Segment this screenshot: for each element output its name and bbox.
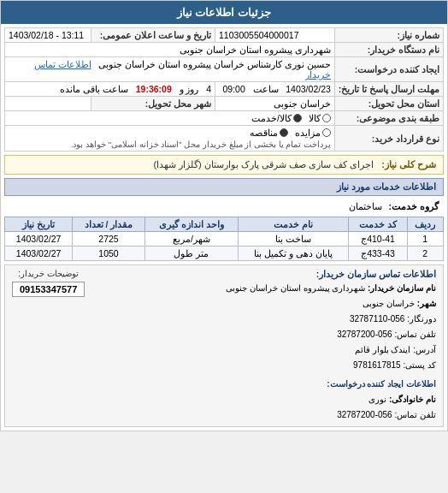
noe-label: نوع قرارداد خرید: [334, 126, 443, 151]
col-tarikh: تاریخ نیاز [5, 217, 73, 232]
baqi-lbl: ساعت باقی مانده [60, 84, 128, 94]
ijad-value: حسین نوری کارشناس خراسان پیشروه استان خر… [5, 57, 335, 82]
shahr-contact-val: خراسان جنوبی [363, 299, 415, 308]
table-row: 1410-41جساخت بناشهر/مربع27251403/02/27 [5, 232, 444, 246]
top-info-table: شماره نیاز: 1103005504000017 تاریخ و ساع… [4, 27, 444, 151]
baqi-val: 19:36:09 [136, 84, 172, 94]
page-title: جزئیات اطلاعات نیاز [177, 6, 271, 19]
khadamat-label: کالا/خدمت [251, 113, 292, 123]
mosaqat-option[interactable]: مناقصه [250, 128, 288, 138]
cell-1-0: 2 [407, 246, 443, 261]
khidmat-table: ردیف کد خدمت نام خدمت واحد اندازه گیری م… [4, 217, 444, 261]
cell-0-3: شهر/مربع [144, 232, 238, 246]
cell-1-1: 433-43ج [349, 246, 407, 261]
khadamat-radio [293, 114, 302, 122]
col-name: نام خدمت [238, 217, 349, 232]
ijad-label: ایجاد کننده درخواست: [334, 57, 443, 82]
group-value: ساختمان [349, 201, 382, 211]
sharh-label: شرح کلی نیاز: [381, 159, 436, 169]
nam-sazman-lbl: نام سازمان خریدار: [368, 283, 436, 293]
col-vahed: واحد اندازه گیری [144, 217, 238, 232]
table-row: 2433-43جپایان دهی و تکمیل بنامتر طول1050… [5, 246, 444, 261]
sharh-value: اجرای کف سازی صف شرقی پارک بوارستان (گلز… [153, 159, 374, 169]
saaat-lbl: ساعت [253, 84, 279, 94]
saaat-val: 09:00 [222, 84, 245, 94]
rooz-val: 4 [206, 84, 211, 94]
cell-0-4: 2725 [73, 232, 145, 246]
kala-label: کالا [309, 113, 321, 123]
cell-0-1: 410-41ج [349, 232, 407, 246]
cell-1-5: 1403/02/27 [5, 246, 73, 261]
mohlat-value: 1403/02/23 ساعت 09:00 [215, 82, 335, 97]
ejad-tel-text: تلفن تماس: 056-32787200 [91, 407, 436, 423]
nam-value: شهرداری پیشروه استان خراسان جنوبی [5, 43, 335, 57]
cell-0-5: 1403/02/27 [5, 232, 73, 246]
ostan-value: خراسان جنوبی [215, 97, 335, 111]
mozayede-radio [322, 128, 331, 137]
col-kod: کد خدمت [349, 217, 407, 232]
mohlat-label: مهلت ارسال پاسخ تا تاریخ: [334, 82, 443, 97]
kala-option[interactable]: کالا [309, 113, 331, 123]
mozayede-option[interactable]: مزایده [295, 128, 331, 138]
shahr-value [5, 97, 91, 111]
phone-section: توضیحات خریدار: 09153347577 [12, 269, 85, 299]
ostan-label: استان محل تحویل: [334, 97, 443, 111]
cell-1-2: پایان دهی و تکمیل بنا [238, 246, 349, 261]
yaddasht-text: پرداخت تمام یا بخشی از مبلغ خریدار محل "… [9, 140, 331, 149]
khadamat-option[interactable]: کالا/خدمت [251, 113, 302, 123]
tarikh-label: تاریخ و ساعت اعلان عمومی: [91, 28, 215, 43]
kala-radio [322, 114, 331, 122]
cell-1-4: 1050 [73, 246, 145, 261]
col-meghdad: مقدار / تعداد [73, 217, 145, 232]
cell-0-2: ساخت بنا [238, 232, 349, 246]
nam-sazman-val: شهرداری پیشروه استان خراسان جنوبی [226, 283, 365, 293]
mosaqat-radio [280, 128, 288, 137]
col-radif: ردیف [407, 217, 443, 232]
ejad-title: اطلاعات ایجاد کننده درخواست: [91, 377, 436, 392]
nam-label: نام دستگاه خریدار: [334, 43, 443, 57]
ejad-nam-val: نوری [368, 395, 386, 404]
cell-1-3: متر طول [144, 246, 238, 261]
contact-section: اطلاعات تماس سازمان خریدار: نام سازمان خ… [4, 264, 444, 427]
page-header: جزئیات اطلاعات نیاز [1, 1, 447, 24]
tarikh-value: 1403/02/18 - 13:11 [5, 28, 91, 43]
baqi-cell: 4 روز و 19:36:09 ساعت باقی مانده [5, 82, 215, 97]
contact-info: اطلاعات تماس سازمان خریدار: نام سازمان خ… [91, 269, 436, 423]
tabe-value: کالا کالا/خدمت [5, 111, 335, 126]
dorange-text: دورنگار: 056-32787110 [91, 312, 436, 327]
ejad-nam-lbl: نام خانوادگی: [389, 395, 436, 404]
group-label: گروه خدمت: [389, 201, 439, 211]
tabe-label: طبقه بندی موضوعی: [334, 111, 443, 126]
mozayede-label: مزایده [295, 128, 321, 138]
shahr-label: شهر محل تحویل: [91, 97, 215, 111]
mosaqat-label: مناقصه [250, 128, 278, 138]
codepost-text: کد پستی: 9781617815 [91, 358, 436, 373]
phone-label: توضیحات خریدار: [12, 269, 85, 278]
shomara-value: 1103005504000017 [215, 28, 335, 43]
buyer-title: اطلاعات تماس سازمان خریدار: [91, 269, 436, 279]
phone-number: 09153347577 [12, 282, 85, 297]
sharh-section: شرح کلی نیاز: اجرای کف سازی صف شرقی پارک… [4, 155, 444, 175]
noe-value: مزایده مناقصه پرداخت تمام یا بخشی از مبل… [5, 126, 335, 151]
rooz-lbl: روز و [180, 84, 199, 94]
cell-0-0: 1 [407, 232, 443, 246]
contact-details: نام سازمان خریدار: شهرداری پیشروه استان … [91, 281, 436, 423]
tel-text: تلفن تماس: 056-32787200 [91, 327, 436, 342]
shomara-label: شماره نیاز: [334, 28, 443, 43]
shahr-contact-lbl: شهر: [417, 299, 436, 308]
khidmat-section-title: اطلاعات خدمات مورد نیاز [4, 178, 444, 196]
adress-text: آدرس: ایندک بلوار قائم [91, 342, 436, 358]
